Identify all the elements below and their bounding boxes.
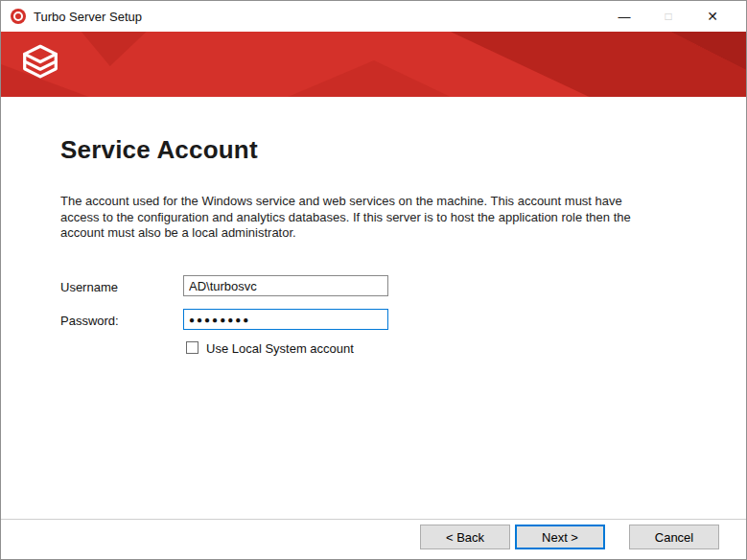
turbo-app-icon	[11, 9, 26, 24]
title-bar: Turbo Server Setup — □ ✕	[1, 1, 746, 32]
next-button[interactable]: Next >	[515, 525, 605, 549]
footer-divider	[1, 519, 746, 520]
banner-art	[1, 32, 746, 97]
close-button[interactable]: ✕	[690, 1, 735, 32]
banner	[1, 32, 746, 97]
username-label: Username	[60, 280, 118, 294]
window-controls: — □ ✕	[602, 1, 746, 32]
password-input[interactable]	[183, 309, 388, 330]
password-label: Password:	[60, 314, 119, 328]
maximize-button: □	[646, 1, 690, 32]
local-system-checkbox[interactable]	[186, 341, 198, 354]
local-system-checkbox-label: Use Local System account	[206, 341, 354, 356]
page-title: Service Account	[60, 135, 258, 165]
username-input[interactable]	[183, 275, 388, 296]
minimize-button[interactable]: —	[602, 1, 646, 32]
back-button[interactable]: < Back	[420, 525, 510, 549]
window-title: Turbo Server Setup	[34, 10, 142, 24]
page-description: The account used for the Windows service…	[60, 194, 661, 242]
setup-wizard-window: Turbo Server Setup — □ ✕ Service Account…	[0, 0, 747, 560]
cancel-button[interactable]: Cancel	[629, 525, 719, 549]
turbo-logo	[18, 41, 62, 85]
